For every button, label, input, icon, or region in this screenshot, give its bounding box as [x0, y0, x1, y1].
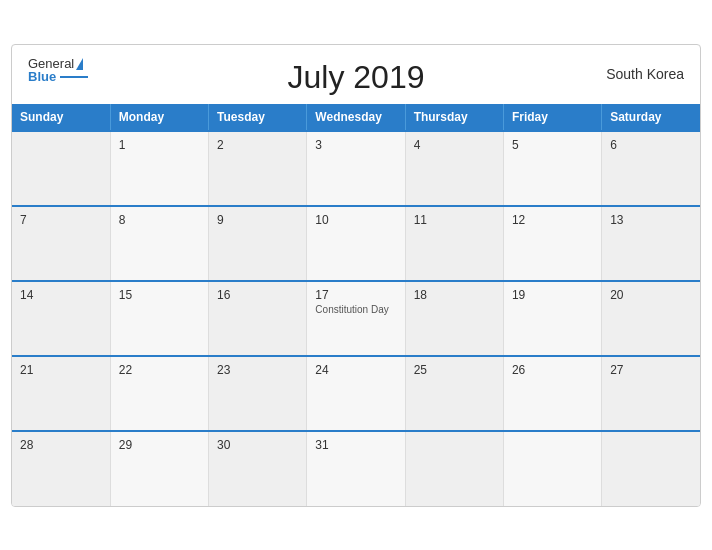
logo-blue-text: Blue	[28, 70, 56, 83]
calendar-cell: 29	[110, 431, 208, 506]
calendar-cell: 10	[307, 206, 405, 281]
day-number: 22	[119, 363, 200, 377]
day-number: 30	[217, 438, 298, 452]
day-number: 5	[512, 138, 593, 152]
weekday-header-tuesday: Tuesday	[209, 104, 307, 131]
calendar-cell: 11	[405, 206, 503, 281]
calendar-header: General Blue July 2019 South Korea	[12, 45, 700, 104]
weekday-header-sunday: Sunday	[12, 104, 110, 131]
day-number: 25	[414, 363, 495, 377]
calendar-cell: 13	[602, 206, 700, 281]
day-number: 3	[315, 138, 396, 152]
day-number: 16	[217, 288, 298, 302]
weekday-header-thursday: Thursday	[405, 104, 503, 131]
calendar-cell	[503, 431, 601, 506]
day-number: 31	[315, 438, 396, 452]
calendar-cell: 31	[307, 431, 405, 506]
logo-general-text: General	[28, 57, 74, 70]
week-row-3: 14151617Constitution Day181920	[12, 281, 700, 356]
calendar-cell: 1	[110, 131, 208, 206]
day-number: 21	[20, 363, 102, 377]
calendar-cell: 15	[110, 281, 208, 356]
calendar-cell: 30	[209, 431, 307, 506]
country-label: South Korea	[606, 66, 684, 82]
calendar-cell: 18	[405, 281, 503, 356]
day-number: 14	[20, 288, 102, 302]
week-row-5: 28293031	[12, 431, 700, 506]
calendar-cell: 16	[209, 281, 307, 356]
day-number: 2	[217, 138, 298, 152]
calendar-cell: 3	[307, 131, 405, 206]
logo-triangle-icon	[76, 58, 83, 70]
calendar-grid: SundayMondayTuesdayWednesdayThursdayFrid…	[12, 104, 700, 506]
calendar-cell: 7	[12, 206, 110, 281]
calendar-cell: 12	[503, 206, 601, 281]
week-row-2: 78910111213	[12, 206, 700, 281]
weekday-header-friday: Friday	[503, 104, 601, 131]
day-number: 23	[217, 363, 298, 377]
calendar-cell: 6	[602, 131, 700, 206]
day-number: 8	[119, 213, 200, 227]
day-number: 18	[414, 288, 495, 302]
day-number: 12	[512, 213, 593, 227]
calendar-title: July 2019	[288, 59, 425, 96]
calendar-cell: 26	[503, 356, 601, 431]
day-number: 20	[610, 288, 692, 302]
weekday-header-saturday: Saturday	[602, 104, 700, 131]
holiday-label: Constitution Day	[315, 304, 396, 315]
week-row-4: 21222324252627	[12, 356, 700, 431]
calendar-cell: 28	[12, 431, 110, 506]
weekday-header-monday: Monday	[110, 104, 208, 131]
calendar-cell: 23	[209, 356, 307, 431]
calendar-cell: 17Constitution Day	[307, 281, 405, 356]
logo: General Blue	[28, 57, 88, 83]
calendar-cell	[12, 131, 110, 206]
calendar-cell: 9	[209, 206, 307, 281]
day-number: 9	[217, 213, 298, 227]
calendar-cell	[405, 431, 503, 506]
calendar-cell: 4	[405, 131, 503, 206]
day-number: 19	[512, 288, 593, 302]
day-number: 13	[610, 213, 692, 227]
day-number: 28	[20, 438, 102, 452]
calendar-cell: 25	[405, 356, 503, 431]
day-number: 17	[315, 288, 396, 302]
day-number: 27	[610, 363, 692, 377]
calendar-cell: 2	[209, 131, 307, 206]
calendar-cell: 5	[503, 131, 601, 206]
day-number: 6	[610, 138, 692, 152]
day-number: 29	[119, 438, 200, 452]
calendar-cell	[602, 431, 700, 506]
calendar-cell: 27	[602, 356, 700, 431]
week-row-1: 123456	[12, 131, 700, 206]
day-number: 15	[119, 288, 200, 302]
day-number: 7	[20, 213, 102, 227]
calendar-cell: 19	[503, 281, 601, 356]
day-number: 26	[512, 363, 593, 377]
weekday-header-wednesday: Wednesday	[307, 104, 405, 131]
day-number: 1	[119, 138, 200, 152]
calendar-container: General Blue July 2019 South Korea Sunda…	[11, 44, 701, 507]
day-number: 24	[315, 363, 396, 377]
day-number: 10	[315, 213, 396, 227]
calendar-cell: 14	[12, 281, 110, 356]
calendar-cell: 8	[110, 206, 208, 281]
day-number: 4	[414, 138, 495, 152]
calendar-cell: 24	[307, 356, 405, 431]
calendar-cell: 21	[12, 356, 110, 431]
calendar-cell: 22	[110, 356, 208, 431]
calendar-cell: 20	[602, 281, 700, 356]
weekday-header-row: SundayMondayTuesdayWednesdayThursdayFrid…	[12, 104, 700, 131]
day-number: 11	[414, 213, 495, 227]
